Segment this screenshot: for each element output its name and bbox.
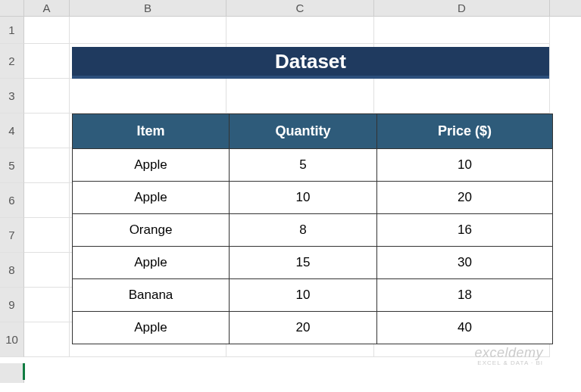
cell-d1[interactable] bbox=[374, 17, 550, 44]
cell-price[interactable]: 30 bbox=[377, 247, 553, 279]
data-table: Item Quantity Price ($) Apple 5 10 Apple… bbox=[72, 114, 553, 344]
cell-a2[interactable] bbox=[24, 44, 70, 79]
cell-quantity[interactable]: 5 bbox=[230, 149, 377, 182]
cell-b1[interactable] bbox=[70, 17, 226, 44]
cell-a6[interactable] bbox=[24, 183, 70, 218]
dataset-title-banner: Dataset bbox=[72, 47, 549, 79]
row-header-7[interactable]: 7 bbox=[0, 218, 24, 253]
table-row: Apple 5 10 bbox=[73, 149, 553, 182]
watermark-brand: exceldemy bbox=[474, 345, 543, 361]
cell-quantity[interactable]: 10 bbox=[230, 279, 377, 312]
cell-quantity[interactable]: 8 bbox=[230, 214, 377, 247]
cell-price[interactable]: 40 bbox=[377, 312, 553, 344]
cell-a8[interactable] bbox=[24, 253, 70, 288]
header-item[interactable]: Item bbox=[73, 114, 230, 149]
header-quantity[interactable]: Quantity bbox=[230, 114, 377, 149]
row-3: 3 bbox=[0, 79, 581, 114]
cell-c3[interactable] bbox=[226, 79, 374, 114]
selection-indicator bbox=[23, 363, 25, 380]
column-header-b[interactable]: B bbox=[70, 0, 226, 16]
cell-a9[interactable] bbox=[24, 288, 70, 322]
cell-quantity[interactable]: 20 bbox=[230, 312, 377, 344]
row-1: 1 bbox=[0, 17, 581, 44]
row-header-11-partial[interactable] bbox=[0, 363, 24, 383]
row-header-10[interactable]: 10 bbox=[0, 322, 24, 357]
column-header-c[interactable]: C bbox=[226, 0, 374, 16]
table-header-row: Item Quantity Price ($) bbox=[73, 114, 553, 149]
cell-item[interactable]: Apple bbox=[73, 149, 230, 182]
cell-item[interactable]: Orange bbox=[73, 214, 230, 247]
table-row: Apple 20 40 bbox=[73, 312, 553, 344]
column-header-a[interactable]: A bbox=[24, 0, 70, 16]
column-header-d[interactable]: D bbox=[374, 0, 550, 16]
cell-a7[interactable] bbox=[24, 218, 70, 253]
watermark: exceldemy EXCEL & DATA · BI bbox=[474, 345, 543, 366]
cell-b3[interactable] bbox=[70, 79, 226, 114]
cell-item[interactable]: Apple bbox=[73, 182, 230, 214]
table-row: Apple 10 20 bbox=[73, 182, 553, 214]
row-header-5[interactable]: 5 bbox=[0, 148, 24, 183]
cell-a5[interactable] bbox=[24, 148, 70, 183]
cell-a4[interactable] bbox=[24, 114, 70, 148]
cell-item[interactable]: Apple bbox=[73, 247, 230, 279]
cell-quantity[interactable]: 15 bbox=[230, 247, 377, 279]
table-row: Banana 10 18 bbox=[73, 279, 553, 312]
row-header-6[interactable]: 6 bbox=[0, 183, 24, 218]
column-headers-row: A B C D bbox=[0, 0, 581, 17]
cell-item[interactable]: Apple bbox=[73, 312, 230, 344]
table-row: Apple 15 30 bbox=[73, 247, 553, 279]
header-price[interactable]: Price ($) bbox=[377, 114, 553, 149]
select-all-corner[interactable] bbox=[0, 0, 24, 16]
row-header-1[interactable]: 1 bbox=[0, 17, 24, 44]
cell-c1[interactable] bbox=[226, 17, 374, 44]
spreadsheet-container: A B C D 1 2 3 4 5 6 bbox=[0, 0, 581, 392]
watermark-tagline: EXCEL & DATA · BI bbox=[474, 359, 543, 366]
cell-item[interactable]: Banana bbox=[73, 279, 230, 312]
cell-d3[interactable] bbox=[374, 79, 550, 114]
table-row: Orange 8 16 bbox=[73, 214, 553, 247]
cell-price[interactable]: 20 bbox=[377, 182, 553, 214]
row-header-3[interactable]: 3 bbox=[0, 79, 24, 114]
row-header-8[interactable]: 8 bbox=[0, 253, 24, 288]
cell-price[interactable]: 16 bbox=[377, 214, 553, 247]
cell-a1[interactable] bbox=[24, 17, 70, 44]
cell-price[interactable]: 18 bbox=[377, 279, 553, 312]
row-header-9[interactable]: 9 bbox=[0, 288, 24, 322]
cell-a10[interactable] bbox=[24, 322, 70, 357]
row-header-4[interactable]: 4 bbox=[0, 114, 24, 148]
row-header-2[interactable]: 2 bbox=[0, 44, 24, 79]
cell-price[interactable]: 10 bbox=[377, 149, 553, 182]
cell-quantity[interactable]: 10 bbox=[230, 182, 377, 214]
cell-a3[interactable] bbox=[24, 79, 70, 114]
